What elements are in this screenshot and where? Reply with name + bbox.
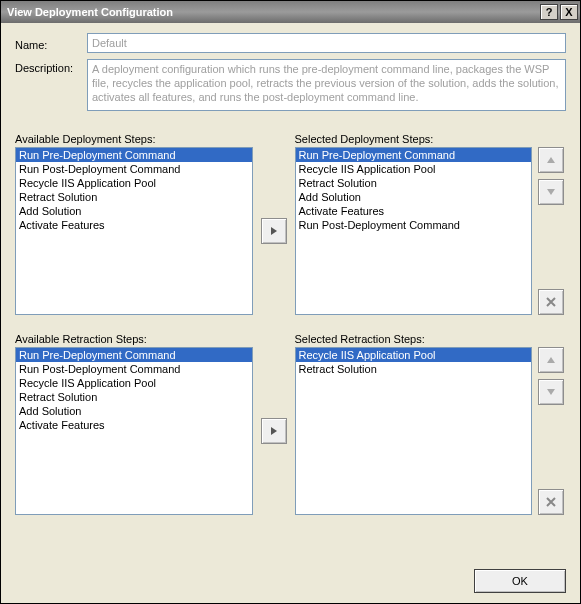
list-item[interactable]: Recycle IIS Application Pool [16, 176, 252, 190]
list-item[interactable]: Add Solution [16, 204, 252, 218]
help-icon: ? [546, 6, 553, 18]
list-item[interactable]: Recycle IIS Application Pool [296, 348, 532, 362]
help-button[interactable]: ? [540, 4, 558, 20]
available-retraction-list[interactable]: Run Pre-Deployment CommandRun Post-Deplo… [15, 347, 253, 515]
remove-deployment-step-button[interactable] [538, 289, 564, 315]
retraction-section: Available Retraction Steps: Selected Ret… [15, 333, 566, 515]
list-item[interactable]: Retract Solution [296, 176, 532, 190]
selected-deployment-list[interactable]: Run Pre-Deployment CommandRecycle IIS Ap… [295, 147, 533, 315]
description-label: Description: [15, 59, 87, 74]
selected-retraction-list[interactable]: Recycle IIS Application PoolRetract Solu… [295, 347, 533, 515]
move-deployment-up-button[interactable] [538, 147, 564, 173]
list-item[interactable]: Recycle IIS Application Pool [296, 162, 532, 176]
list-item[interactable]: Activate Features [16, 218, 252, 232]
dialog-body: Name: Description: A deployment configur… [1, 23, 580, 561]
move-retraction-up-button[interactable] [538, 347, 564, 373]
close-icon: X [565, 6, 572, 18]
arrow-up-icon [546, 155, 556, 165]
list-item[interactable]: Activate Features [16, 418, 252, 432]
dialog-window: View Deployment Configuration ? X Name: … [0, 0, 581, 604]
selected-retraction-label: Selected Retraction Steps: [295, 333, 533, 345]
list-item[interactable]: Run Post-Deployment Command [296, 218, 532, 232]
dialog-footer: OK [1, 561, 580, 603]
titlebar: View Deployment Configuration ? X [1, 1, 580, 23]
add-retraction-step-button[interactable] [261, 418, 287, 444]
list-item[interactable]: Retract Solution [16, 390, 252, 404]
ok-button[interactable]: OK [474, 569, 566, 593]
list-item[interactable]: Run Post-Deployment Command [16, 362, 252, 376]
list-item[interactable]: Recycle IIS Application Pool [16, 376, 252, 390]
list-item[interactable]: Retract Solution [296, 362, 532, 376]
list-item[interactable]: Add Solution [296, 190, 532, 204]
window-title: View Deployment Configuration [7, 6, 540, 18]
close-button[interactable]: X [560, 4, 578, 20]
selected-deployment-label: Selected Deployment Steps: [295, 133, 533, 145]
list-item[interactable]: Run Pre-Deployment Command [16, 348, 252, 362]
available-deployment-list[interactable]: Run Pre-Deployment CommandRun Post-Deplo… [15, 147, 253, 315]
name-label: Name: [15, 36, 87, 51]
arrow-up-icon [546, 355, 556, 365]
remove-retraction-step-button[interactable] [538, 489, 564, 515]
available-retraction-label: Available Retraction Steps: [15, 333, 253, 345]
arrow-right-icon [269, 226, 279, 236]
delete-icon [545, 496, 557, 508]
list-item[interactable]: Run Pre-Deployment Command [296, 148, 532, 162]
name-field [87, 33, 566, 53]
move-deployment-down-button[interactable] [538, 179, 564, 205]
list-item[interactable]: Run Pre-Deployment Command [16, 148, 252, 162]
list-item[interactable]: Add Solution [16, 404, 252, 418]
list-item[interactable]: Activate Features [296, 204, 532, 218]
list-item[interactable]: Retract Solution [16, 190, 252, 204]
available-deployment-label: Available Deployment Steps: [15, 133, 253, 145]
arrow-down-icon [546, 387, 556, 397]
delete-icon [545, 296, 557, 308]
list-item[interactable]: Run Post-Deployment Command [16, 162, 252, 176]
description-row: Description: A deployment configuration … [15, 59, 566, 111]
add-deployment-step-button[interactable] [261, 218, 287, 244]
name-row: Name: [15, 33, 566, 53]
arrow-down-icon [546, 187, 556, 197]
description-field: A deployment configuration which runs th… [87, 59, 566, 111]
move-retraction-down-button[interactable] [538, 379, 564, 405]
arrow-right-icon [269, 426, 279, 436]
deployment-section: Available Deployment Steps: Selected Dep… [15, 133, 566, 315]
